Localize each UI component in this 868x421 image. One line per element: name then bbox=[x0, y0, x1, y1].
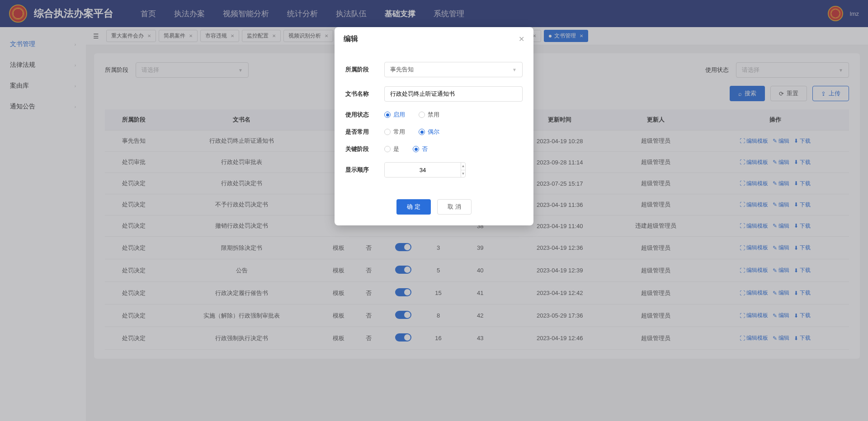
radio-label: 否 bbox=[422, 145, 428, 153]
stepper-up-icon[interactable]: ▲ bbox=[461, 163, 465, 170]
modal-body: 所属阶段 事先告知 ▼ 文书名称 使用状态 启用禁用 是否常用 常用偶尔 关键阶… bbox=[335, 48, 533, 196]
radio-icon bbox=[384, 129, 391, 135]
radio-icon bbox=[384, 112, 391, 118]
key-radio-option[interactable]: 否 bbox=[413, 145, 428, 153]
radio-icon bbox=[413, 146, 419, 152]
status-radio-option[interactable]: 禁用 bbox=[419, 111, 439, 119]
radio-icon bbox=[384, 146, 391, 152]
cancel-button[interactable]: 取 消 bbox=[437, 199, 472, 215]
radio-label: 偶尔 bbox=[428, 128, 439, 136]
radio-icon bbox=[419, 112, 425, 118]
modal-footer: 确 定 取 消 bbox=[335, 196, 533, 225]
form-status-label: 使用状态 bbox=[345, 111, 378, 119]
form-stage-value: 事先告知 bbox=[390, 65, 414, 74]
common-radio-option[interactable]: 常用 bbox=[384, 128, 405, 136]
chevron-down-icon: ▼ bbox=[512, 67, 517, 72]
form-order-label: 显示顺序 bbox=[345, 166, 378, 174]
radio-label: 启用 bbox=[393, 111, 405, 119]
modal-mask[interactable]: 编辑 ✕ 所属阶段 事先告知 ▼ 文书名称 使用状态 启用禁用 是否常用 常用偶 bbox=[0, 0, 868, 421]
modal-header: 编辑 ✕ bbox=[335, 27, 533, 48]
key-radio-option[interactable]: 是 bbox=[384, 145, 399, 153]
radio-label: 是 bbox=[393, 145, 399, 153]
close-icon[interactable]: ✕ bbox=[519, 35, 524, 43]
form-stage-select[interactable]: 事先告知 ▼ bbox=[384, 62, 523, 77]
stepper-down-icon[interactable]: ▼ bbox=[461, 170, 465, 178]
edit-modal: 编辑 ✕ 所属阶段 事先告知 ▼ 文书名称 使用状态 启用禁用 是否常用 常用偶 bbox=[335, 27, 533, 225]
form-order-input[interactable] bbox=[385, 163, 461, 177]
form-stage-label: 所属阶段 bbox=[345, 65, 378, 74]
form-status-radio-group: 启用禁用 bbox=[384, 111, 439, 119]
form-key-label: 关键阶段 bbox=[345, 145, 378, 153]
form-name-input[interactable] bbox=[384, 86, 523, 102]
common-radio-option[interactable]: 偶尔 bbox=[419, 128, 439, 136]
form-common-label: 是否常用 bbox=[345, 128, 378, 136]
radio-label: 常用 bbox=[393, 128, 405, 136]
radio-icon bbox=[419, 129, 425, 135]
form-common-radio-group: 常用偶尔 bbox=[384, 128, 439, 136]
radio-label: 禁用 bbox=[428, 111, 439, 119]
status-radio-option[interactable]: 启用 bbox=[384, 111, 405, 119]
form-key-radio-group: 是否 bbox=[384, 145, 428, 153]
form-name-label: 文书名称 bbox=[345, 90, 378, 98]
confirm-button[interactable]: 确 定 bbox=[396, 199, 431, 215]
modal-title: 编辑 bbox=[344, 34, 358, 44]
form-order-stepper[interactable]: ▲ ▼ bbox=[384, 162, 466, 178]
